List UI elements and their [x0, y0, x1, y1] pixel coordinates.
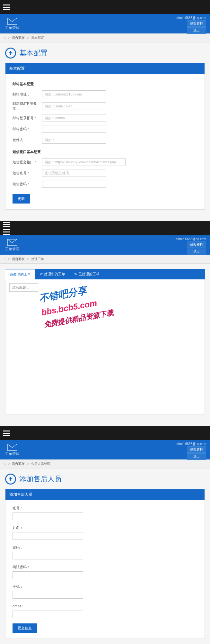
- user-menu: admin.6665@qq.com 修改资料 退出: [176, 237, 206, 255]
- user-menu: admin.6665@qq.com 修改资料 退出: [176, 442, 206, 460]
- hamburger-icon[interactable]: [3, 5, 10, 10]
- input-confirm[interactable]: [13, 571, 83, 579]
- screen-basic-config: 工单管理 admin.6665@qq.com 修改资料 退出 ⌂ > 后台面板 …: [0, 0, 210, 215]
- label-email-pass: 邮箱密码：: [13, 127, 42, 132]
- input-sender[interactable]: [42, 136, 106, 144]
- label-sms-pass: 短信密码：: [13, 182, 42, 186]
- tab-done[interactable]: ✎已处理的工单: [70, 269, 104, 279]
- input-account[interactable]: [13, 512, 83, 520]
- envelope-icon: [7, 18, 17, 25]
- home-icon[interactable]: ⌂: [4, 36, 6, 40]
- panel-header: 基本配置: [5, 63, 205, 74]
- bc-panel-link[interactable]: 后台面板: [12, 462, 25, 466]
- label-phone: 手机：: [13, 584, 23, 589]
- user-menu: admin.6665@qq.com 修改资料 退出: [176, 16, 206, 34]
- page-title-row: + 添加售后人员: [5, 474, 205, 485]
- panel-header: 添加售后人员: [5, 489, 205, 500]
- label-email-account: 邮箱登录帐号：: [13, 116, 42, 121]
- sms-section-label: 短信接口基本配置: [13, 150, 197, 154]
- topbar: [0, 426, 210, 440]
- tab-processing[interactable]: ⟳处理中的工单: [35, 269, 70, 279]
- page-title: 添加售后人员: [19, 474, 62, 484]
- home-icon[interactable]: ⌂: [4, 462, 6, 466]
- label-email-addr: 邮箱地址：: [13, 92, 42, 97]
- bc-current: 处理工单: [31, 257, 44, 261]
- brand: 工单管理: [5, 444, 19, 456]
- bc-current: 基本配置: [31, 36, 44, 40]
- ticket-tabs: 待处理的工单 ⟳处理中的工单 ✎已处理的工单: [5, 269, 205, 279]
- profile-button[interactable]: 修改资料: [187, 20, 206, 27]
- plus-circle-icon[interactable]: +: [5, 474, 16, 485]
- bc-current: 售后人员管理: [31, 462, 50, 466]
- page-title: 基本配置: [19, 48, 48, 58]
- input-email-account[interactable]: [42, 114, 106, 122]
- refresh-icon: ⟳: [40, 272, 43, 276]
- hamburger-icon[interactable]: [3, 431, 10, 436]
- input-phone[interactable]: [13, 591, 83, 599]
- envelope-icon: [7, 444, 17, 451]
- search-input[interactable]: [9, 283, 38, 292]
- breadcrumb: ⌂ > 后台面板 > 基本配置: [0, 33, 210, 42]
- brand-title: 工单管理: [5, 25, 19, 30]
- input-sms-account[interactable]: [42, 169, 106, 177]
- envelope-icon: [7, 239, 17, 246]
- input-sms-api[interactable]: [42, 158, 126, 166]
- label-account: 账号：: [13, 506, 23, 511]
- input-email-addr[interactable]: [42, 90, 106, 98]
- label-password: 密码：: [13, 545, 23, 550]
- update-button[interactable]: 更新: [13, 194, 30, 204]
- bc-panel-link[interactable]: 后台面板: [12, 257, 25, 261]
- header-bar: 工单管理 admin.6665@qq.com 修改资料 退出: [0, 235, 210, 255]
- logout-button[interactable]: 退出: [187, 249, 206, 255]
- brand-title: 工单管理: [5, 451, 19, 456]
- plus-circle-icon[interactable]: +: [5, 48, 16, 59]
- user-email: admin.6665@qq.com: [176, 16, 206, 20]
- topbar: [0, 0, 210, 14]
- topbar: [0, 221, 210, 235]
- page-title-row: + 基本配置: [5, 48, 205, 59]
- staff-panel: 添加售后人员 账号： 姓名： 密码： 确认密码： 手机： email： 提交信息: [5, 489, 205, 639]
- label-smtp: 邮箱SMTP服务器：: [13, 101, 42, 111]
- hamburger-icon-2[interactable]: [3, 229, 10, 235]
- home-icon[interactable]: ⌂: [4, 257, 6, 261]
- label-sms-account: 短信账号：: [13, 171, 42, 176]
- label-confirm: 确认密码：: [13, 565, 30, 569]
- watermark: 不错吧分享 bbs.bcb5.com 免费提供精品资源下载: [38, 280, 114, 330]
- submit-button[interactable]: 提交信息: [13, 623, 37, 633]
- input-email[interactable]: [13, 611, 83, 618]
- profile-button[interactable]: 修改资料: [187, 241, 206, 248]
- input-email-pass[interactable]: [42, 125, 106, 133]
- label-name: 姓名：: [13, 525, 23, 530]
- brand-title: 工单管理: [5, 247, 19, 251]
- email-form: 邮箱地址： 邮箱SMTP服务器： 邮箱登录帐号： 邮箱密码： 发件人：: [13, 90, 197, 144]
- tab-pending[interactable]: 待处理的工单: [5, 269, 35, 279]
- header-bar: 工单管理 admin.6665@qq.com 修改资料 退出: [0, 14, 210, 33]
- config-panel: 基本配置 邮箱基本配置 邮箱地址： 邮箱SMTP服务器： 邮箱登录帐号： 邮箱密…: [5, 63, 205, 210]
- user-email: admin.6665@qq.com: [176, 442, 206, 446]
- sms-form: 短信提交接口： 短信账号： 短信密码：: [13, 158, 197, 188]
- input-sms-pass[interactable]: [42, 180, 106, 188]
- label-sms-api: 短信提交接口：: [13, 160, 42, 165]
- screen-tickets: 工单管理 admin.6665@qq.com 修改资料 退出 ⌂ > 后台面板 …: [0, 221, 210, 420]
- label-email: email：: [13, 604, 24, 609]
- hamburger-icon[interactable]: [3, 222, 10, 227]
- header-bar: 工单管理 admin.6665@qq.com 修改资料 退出: [0, 440, 210, 459]
- email-section-label: 邮箱基本配置: [13, 82, 197, 86]
- profile-button[interactable]: 修改资料: [187, 446, 206, 453]
- input-password[interactable]: [13, 552, 83, 559]
- label-sender: 发件人：: [13, 138, 42, 142]
- input-name[interactable]: [13, 532, 83, 540]
- input-smtp[interactable]: [42, 102, 106, 110]
- breadcrumb: ⌂ > 后台面板 > 处理工单: [0, 255, 210, 264]
- bc-panel-link[interactable]: 后台面板: [12, 36, 25, 40]
- brand: 工单管理: [5, 239, 19, 251]
- user-email: admin.6665@qq.com: [176, 237, 206, 241]
- logout-button[interactable]: 退出: [187, 453, 206, 460]
- brand: 工单管理: [5, 18, 19, 30]
- logout-button[interactable]: 退出: [187, 27, 206, 34]
- tab-content: 不错吧分享 bbs.bcb5.com 免费提供精品资源下载: [5, 279, 205, 414]
- screen-add-staff: 工单管理 admin.6665@qq.com 修改资料 退出 ⌂ > 后台面板 …: [0, 426, 210, 644]
- edit-icon: ✎: [74, 272, 77, 276]
- breadcrumb: ⌂ > 后台面板 > 售后人员管理: [0, 459, 210, 468]
